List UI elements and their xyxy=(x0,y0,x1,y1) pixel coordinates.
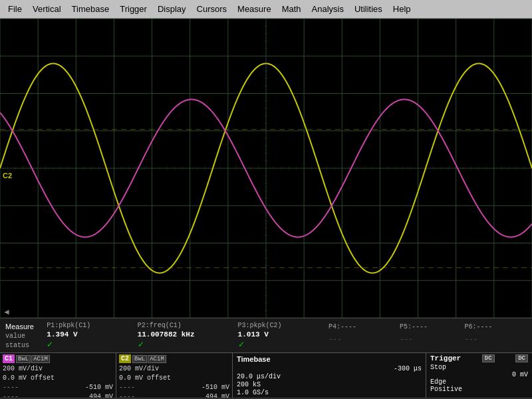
p2-name: P2:freq(C1) xyxy=(138,322,233,329)
tb-sample-val: 200 kS xyxy=(237,381,261,388)
c2-volts-div: 200 mV/div xyxy=(119,364,159,374)
p5-name: P5:---- xyxy=(400,323,459,331)
p3-value: 1.013 V xyxy=(238,331,323,338)
c1-offset: 0.0 mV offset xyxy=(3,374,55,383)
menu-help[interactable]: Help xyxy=(388,3,416,15)
p4-value: --- xyxy=(329,335,394,343)
menu-trigger[interactable]: Trigger xyxy=(114,3,152,15)
menu-vertical[interactable]: Vertical xyxy=(27,3,66,15)
trigger-title: Trigger xyxy=(430,354,461,362)
p6-name: P6:---- xyxy=(465,323,524,331)
p1-status: ✓ xyxy=(47,340,132,349)
trigger-badge1: DC xyxy=(482,354,495,362)
measure-status-label: status xyxy=(5,342,44,349)
p4-name: P4:---- xyxy=(329,323,394,331)
menu-utilities[interactable]: Utilities xyxy=(349,3,388,15)
menu-cursors[interactable]: Cursors xyxy=(192,3,233,15)
c1-volts-div: 200 mV/div xyxy=(3,364,43,374)
timebase-title: Timebase xyxy=(237,355,422,363)
p2-status: ✓ xyxy=(138,340,233,349)
c2-ch-label: C2 xyxy=(119,354,131,363)
measure-area: Measure value status P1:pkpk(C1) 1.394 V… xyxy=(0,318,532,352)
c2-line1: ---- xyxy=(119,383,135,392)
p1-name: P1:pkpk(C1) xyxy=(47,322,132,329)
channel2-box: C2 BwL AC1M 200 mV/div 0.0 mV offset ---… xyxy=(116,353,233,398)
p6-value: --- xyxy=(465,335,524,343)
tb-div-val: 20.0 μs/div xyxy=(237,373,281,380)
c1-badge1: BwL xyxy=(16,355,31,363)
timebase-box: Timebase -300 μs 20.0 μs/div 200 kS 1.0 … xyxy=(233,353,426,398)
menu-display[interactable]: Display xyxy=(152,3,192,15)
menu-timebase[interactable]: Timebase xyxy=(66,3,115,15)
c1-line1: ---- xyxy=(3,383,19,392)
trigger-status: Stop xyxy=(430,364,446,371)
c1-badge2: AC1M xyxy=(31,355,50,363)
menu-math[interactable]: Math xyxy=(277,3,307,15)
tb-delay-val: -300 μs xyxy=(394,365,422,372)
c2-offset: 0.0 mV offset xyxy=(119,374,171,383)
p5-value: --- xyxy=(400,335,459,343)
trigger-level: 0 mV xyxy=(512,371,528,378)
menu-analysis[interactable]: Analysis xyxy=(307,3,349,15)
c2-val1: -510 mV xyxy=(201,383,229,392)
channel1-box: C1 BwL AC1M 200 mV/div 0.0 mV offset ---… xyxy=(0,353,116,398)
p3-status: ✓ xyxy=(238,340,323,349)
wave-canvas xyxy=(0,19,532,318)
measure-value-label: value xyxy=(5,332,44,340)
menu-measure[interactable]: Measure xyxy=(232,3,277,15)
trigger-badge2: DC xyxy=(515,354,528,362)
trigger-box: Trigger DC DC Stop 0 mV Edge Positive xyxy=(426,353,532,398)
p2-value: 11.007882 kHz xyxy=(138,331,233,338)
scroll-left-arrow[interactable]: ◄ xyxy=(3,307,11,317)
menu-file[interactable]: File xyxy=(3,3,27,15)
c2-badge1: BwL xyxy=(132,355,147,363)
p3-name: P3:pkpk(C2) xyxy=(238,322,323,329)
scope-display: C2 ◄ xyxy=(0,19,532,318)
c1-val1: -510 mV xyxy=(85,383,113,392)
tb-rate-val: 1.0 GS/s xyxy=(237,389,269,396)
c2-badge2: AC1M xyxy=(148,355,166,363)
bottom-area: C1 BwL AC1M 200 mV/div 0.0 mV offset ---… xyxy=(0,352,532,398)
c1-label: C1 xyxy=(3,354,15,363)
c2-label: C2 xyxy=(3,172,12,180)
trigger-type: Edge xyxy=(430,378,446,386)
trigger-polarity: Positive xyxy=(430,386,462,393)
p1-value: 1.394 V xyxy=(47,331,132,338)
menu-bar: File Vertical Timebase Trigger Display C… xyxy=(0,0,532,19)
measure-title: Measure xyxy=(5,323,44,331)
